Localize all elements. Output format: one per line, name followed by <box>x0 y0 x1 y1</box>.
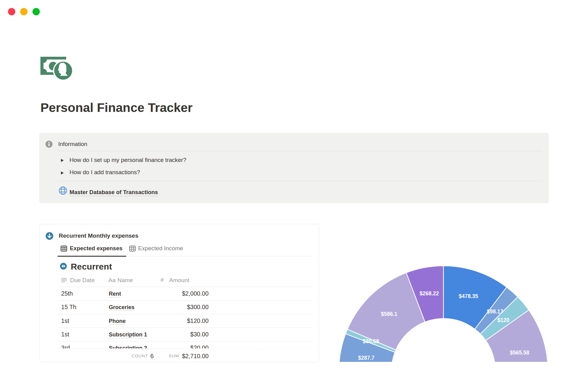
svg-text:$98.17: $98.17 <box>487 309 503 315</box>
svg-text:$478.35: $478.35 <box>459 293 478 299</box>
svg-text:$268.22: $268.22 <box>420 290 439 297</box>
svg-text:$287.7: $287.7 <box>358 355 375 361</box>
svg-text:$120: $120 <box>497 317 509 323</box>
svg-text:$565.58: $565.58 <box>510 350 530 356</box>
svg-text:$30.68: $30.68 <box>363 338 379 344</box>
svg-text:$586.1: $586.1 <box>381 311 398 317</box>
